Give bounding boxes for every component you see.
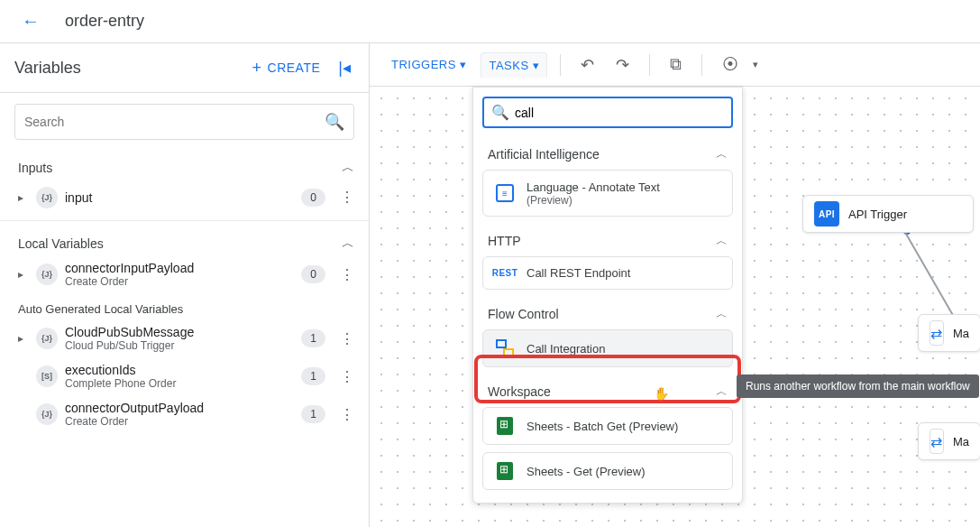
- caret-down-icon: ▾: [533, 59, 540, 72]
- layout-button[interactable]: ⧉: [663, 50, 689, 79]
- category-label: Flow Control: [488, 307, 559, 321]
- node-api-trigger[interactable]: API API Trigger: [802, 195, 974, 233]
- string-type-icon: [S]: [36, 365, 58, 387]
- task-sheets-get[interactable]: Sheets - Get (Preview): [482, 452, 733, 490]
- json-type-icon: {J}: [36, 403, 58, 425]
- expand-caret[interactable]: ▸: [18, 332, 29, 345]
- local-section-header[interactable]: Local Variables ︿: [0, 227, 369, 255]
- divider: [0, 220, 369, 221]
- variable-name: connectorInputPayload: [65, 261, 294, 275]
- node-mapping[interactable]: ⇄ Ma: [918, 314, 980, 352]
- node-label: Ma: [953, 327, 969, 340]
- variable-subtext: Create Order: [65, 275, 294, 288]
- tooltip: Runs another workflow from the main work…: [737, 374, 979, 398]
- task-label: Sheets - Get (Preview): [527, 465, 721, 478]
- count-pill: 0: [301, 189, 325, 207]
- language-icon: ≡: [494, 184, 516, 202]
- inputs-section-header[interactable]: Inputs ︿: [0, 151, 369, 180]
- task-call-integration[interactable]: Call Integration: [482, 329, 733, 367]
- chevron-up-icon: ︿: [716, 384, 728, 400]
- toolbar-separator: [649, 54, 650, 76]
- count-pill: 1: [301, 329, 325, 347]
- variables-search-input[interactable]: [24, 115, 325, 129]
- category-label: HTTP: [488, 234, 521, 248]
- triggers-dropdown[interactable]: TRIGGERS ▾: [384, 52, 473, 77]
- tasks-label: TASKS: [489, 59, 528, 72]
- inputs-heading: Inputs: [18, 161, 52, 175]
- kebab-menu[interactable]: ⋮: [333, 327, 362, 351]
- variable-row-connector-output[interactable]: ▸ {J} connectorOutputPayload Create Orde…: [0, 395, 369, 433]
- tasks-dropdown[interactable]: TASKS ▾: [481, 52, 547, 78]
- search-icon: 🔍: [325, 112, 344, 132]
- connector-line: [903, 230, 959, 325]
- variable-row-cloudpubsub[interactable]: ▸ {J} CloudPubSubMessage Cloud Pub/Sub T…: [0, 319, 369, 357]
- node-mapping-2[interactable]: ⇄ Ma: [918, 422, 980, 460]
- caret-down-icon: ▾: [460, 58, 467, 71]
- task-label: Call REST Endpoint: [527, 266, 721, 280]
- search-icon: 🔍: [491, 104, 509, 121]
- redo-button[interactable]: ↷: [609, 50, 637, 80]
- chevron-up-icon: ︿: [716, 306, 728, 322]
- kebab-menu[interactable]: ⋮: [333, 185, 362, 209]
- chevron-up-icon: ︿: [716, 233, 728, 249]
- canvas-area[interactable]: TRIGGERS ▾ TASKS ▾ ↶ ↷ ⧉ ⦿ ▾ API API Tri…: [370, 43, 980, 527]
- task-label: Call Integration: [527, 342, 721, 356]
- mapping-icon: ⇄: [930, 320, 944, 346]
- variables-search[interactable]: 🔍: [14, 104, 354, 140]
- count-pill: 1: [301, 367, 325, 385]
- collapse-panel-button[interactable]: |◂: [334, 54, 354, 81]
- mapping-icon: ⇄: [930, 429, 944, 454]
- plus-icon: +: [252, 60, 262, 76]
- api-icon: API: [814, 201, 839, 227]
- expand-caret[interactable]: ▸: [18, 268, 29, 281]
- variable-name: CloudPubSubMessage: [65, 325, 294, 339]
- variable-subtext: Complete Phone Order: [65, 377, 294, 390]
- task-call-rest[interactable]: REST Call REST Endpoint: [482, 256, 733, 290]
- page-title: order-entry: [65, 12, 144, 31]
- back-button[interactable]: ←: [14, 7, 47, 35]
- variable-subtext: Create Order: [65, 415, 294, 428]
- kebab-menu[interactable]: ⋮: [333, 263, 362, 287]
- task-sheets-batch-get[interactable]: Sheets - Batch Get (Preview): [482, 407, 733, 445]
- category-label: Artificial Intelligence: [488, 147, 600, 162]
- variable-row-executionids[interactable]: ▸ [S] executionIds Complete Phone Order …: [0, 357, 369, 395]
- rest-icon: REST: [494, 268, 516, 278]
- tasks-search-box[interactable]: 🔍: [482, 97, 733, 128]
- chevron-up-icon: ︿: [342, 236, 354, 252]
- task-label: Sheets - Batch Get (Preview): [527, 420, 721, 433]
- category-workspace[interactable]: Workspace ︿: [473, 374, 742, 405]
- create-button[interactable]: + CREATE: [245, 54, 328, 81]
- variable-subtext: Cloud Pub/Sub Trigger: [65, 339, 294, 352]
- task-language-annotate[interactable]: ≡ Language - Annotate Text (Preview): [482, 170, 733, 217]
- task-subtitle: (Preview): [527, 194, 660, 207]
- triggers-label: TRIGGERS: [391, 58, 456, 71]
- sheets-icon: [494, 462, 516, 480]
- caret-down-icon: ▾: [753, 59, 758, 70]
- json-type-icon: {J}: [36, 328, 58, 349]
- variable-row-input[interactable]: ▸ {J} input 0 ⋮: [0, 180, 369, 215]
- variable-name: input: [65, 190, 294, 205]
- category-flow-control[interactable]: Flow Control ︿: [473, 297, 742, 328]
- tasks-search-input[interactable]: [515, 106, 724, 120]
- auto-generated-heading: Auto Generated Local Variables: [0, 293, 369, 319]
- count-pill: 1: [301, 405, 325, 423]
- kebab-menu[interactable]: ⋮: [333, 365, 362, 389]
- category-http[interactable]: HTTP ︿: [473, 224, 742, 254]
- zoom-button[interactable]: ⦿: [715, 50, 746, 79]
- chevron-up-icon: ︿: [342, 160, 354, 176]
- chevron-up-icon: ︿: [716, 146, 728, 162]
- variables-panel: Variables + CREATE |◂ 🔍 Inputs ︿ ▸ {J}: [0, 43, 370, 527]
- create-label: CREATE: [268, 60, 321, 75]
- expand-caret[interactable]: ▸: [18, 191, 29, 204]
- category-label: Workspace: [488, 384, 551, 399]
- kebab-menu[interactable]: ⋮: [333, 402, 362, 427]
- toolbar-separator: [701, 54, 702, 76]
- undo-button[interactable]: ↶: [573, 50, 601, 80]
- count-pill: 0: [301, 265, 325, 283]
- json-type-icon: {J}: [36, 187, 58, 208]
- tasks-popup: 🔍 Artificial Intelligence ︿ ≡ Language -…: [472, 87, 743, 504]
- category-ai[interactable]: Artificial Intelligence ︿: [473, 137, 742, 168]
- variable-row-connector-input[interactable]: ▸ {J} connectorInputPayload Create Order…: [0, 255, 369, 293]
- node-label: API Trigger: [848, 208, 907, 221]
- json-type-icon: {J}: [36, 264, 58, 285]
